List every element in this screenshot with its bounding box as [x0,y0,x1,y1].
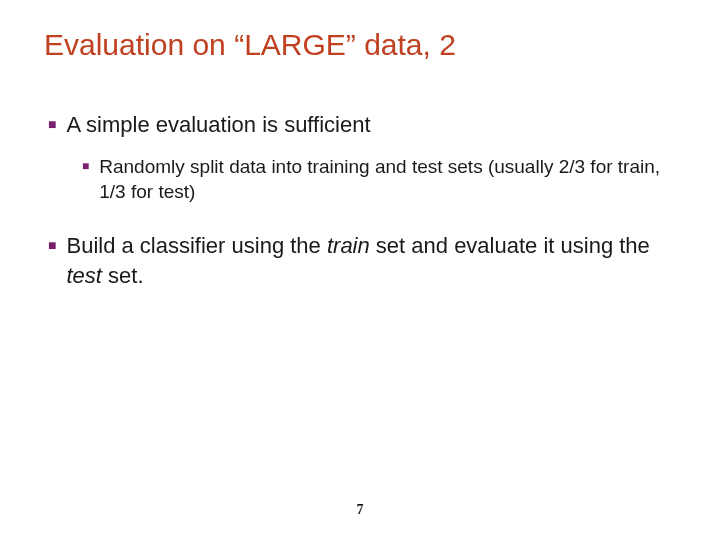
bullet-text: Randomly split data into training and te… [99,154,676,205]
italic-text: train [327,233,370,258]
bullet-text: Build a classifier using the train set a… [66,231,676,290]
bullet-marker-icon: ■ [82,159,89,173]
bullet-marker-icon: ■ [48,237,56,253]
page-number: 7 [357,502,364,518]
text-segment: set. [102,263,144,288]
bullet-text: A simple evaluation is sufficient [66,110,370,140]
italic-text: test [66,263,101,288]
text-segment: set and evaluate it using the [370,233,650,258]
bullet-item-sub: ■ Randomly split data into training and … [44,154,676,205]
slide-container: Evaluation on “LARGE” data, 2 ■ A simple… [0,0,720,332]
bullet-marker-icon: ■ [48,116,56,132]
bullet-item: ■ Build a classifier using the train set… [44,231,676,290]
bullet-item: ■ A simple evaluation is sufficient [44,110,676,140]
text-segment: Build a classifier using the [66,233,326,258]
slide-title: Evaluation on “LARGE” data, 2 [44,28,676,62]
